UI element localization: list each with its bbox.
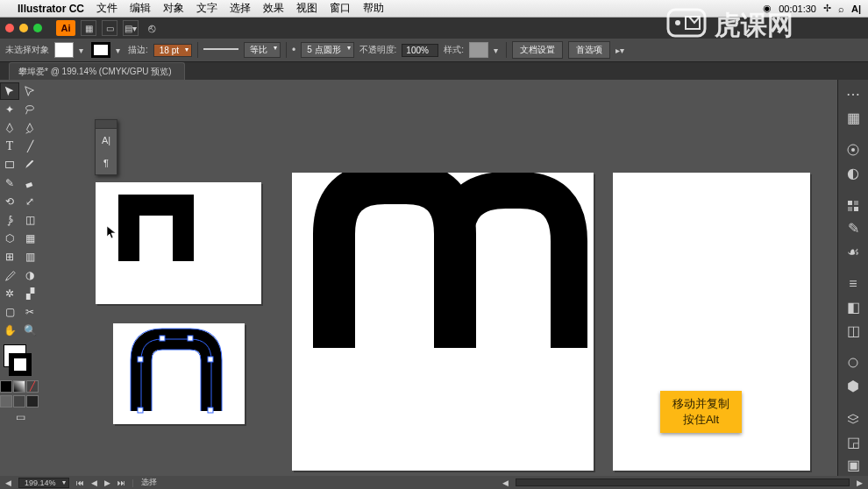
swatch-dropdown-icon[interactable]: ▾ [79,46,86,55]
eyedropper-tool[interactable] [0,266,19,284]
minimize-window[interactable] [19,24,28,32]
bridge-icon[interactable]: ▦ [81,20,96,36]
magic-wand-tool[interactable]: ✦ [0,101,19,118]
brushes-panel-icon[interactable]: ✎ [841,217,865,239]
adobe-icon[interactable]: A| [851,4,861,14]
brush-dropdown[interactable]: 5 点圆形 [301,42,353,58]
color-panel-icon[interactable] [841,138,865,160]
properties-panel-icon[interactable]: ⋯ [841,83,865,105]
lasso-tool[interactable] [20,101,39,118]
hand-tool[interactable]: ✋ [0,322,19,339]
fill-swatch[interactable] [54,42,74,58]
artboard-nav-last-icon[interactable]: ⏭ [117,478,125,487]
color-mode-color[interactable] [0,380,12,393]
float-character-icon[interactable]: A| [96,129,117,152]
app-name[interactable]: Illustrator CC [18,3,84,15]
perspective-tool[interactable]: ▦ [20,230,39,247]
graphic-styles-panel-icon[interactable]: ⬢ [841,375,865,397]
zoom-out-icon[interactable]: ◀ [5,478,11,487]
doc-tab[interactable]: 攀埠爱* @ 199.14% (CMYK/GPU 预览) [9,62,185,81]
color-mode-none[interactable]: ╱ [26,380,39,393]
stroke-swatch-dropdown-icon[interactable]: ▾ [116,46,123,55]
color-mode-gradient[interactable] [13,380,25,393]
float-paragraph-icon[interactable]: ¶ [96,152,117,174]
eraser-tool[interactable] [20,174,39,192]
symbols-panel-icon[interactable]: ☙ [841,241,865,263]
canvas[interactable]: 移动并复制 按住Alt A| ¶ [44,80,837,476]
prefs-button[interactable]: 首选项 [568,41,610,59]
panel-toggle-icon[interactable]: ⎋ [144,20,160,36]
symbol-sprayer-tool[interactable]: ✲ [0,285,19,302]
pen-tool[interactable] [0,119,19,137]
artboards-panel-icon[interactable]: ▣ [841,454,865,476]
graph-tool[interactable]: ▞ [20,285,39,302]
screen-mode-presentation[interactable] [26,395,39,408]
artboard-nav-next-icon[interactable]: ▶ [104,478,110,487]
menu-select[interactable]: 选择 [230,1,251,16]
arrange2-icon[interactable]: ▤▾ [123,20,139,36]
opacity-input[interactable] [402,44,438,57]
menu-window[interactable]: 窗口 [330,1,351,16]
mesh-tool[interactable]: ⊞ [0,248,19,266]
width-tool[interactable]: ⨔ [0,211,19,229]
layers-panel-icon[interactable] [841,408,865,429]
stroke-panel-icon[interactable]: ≡ [841,273,865,295]
menu-file[interactable]: 文件 [96,1,117,16]
screen-mode-full[interactable] [13,395,25,408]
float-panel-grip[interactable] [96,120,117,129]
color-guide-panel-icon[interactable]: ◐ [841,162,865,184]
free-transform-tool[interactable]: ◫ [20,211,39,229]
blend-tool[interactable]: ◑ [20,266,39,284]
selection-tool[interactable] [0,82,19,100]
shaper-tool[interactable]: ✎ [0,174,19,192]
direct-selection-tool[interactable] [20,82,39,100]
asset-panel-icon[interactable]: ◲ [841,430,865,452]
arrange-icon[interactable]: ▭ [102,20,117,36]
style-dropdown-icon[interactable]: ▾ [494,46,501,55]
horizontal-scrollbar[interactable] [516,478,850,486]
close-window[interactable] [5,24,14,32]
zoom-window[interactable] [33,24,42,32]
change-screen-mode[interactable]: ▭ [0,408,40,426]
transparency-panel-icon[interactable]: ◫ [841,319,865,341]
menu-type[interactable]: 文字 [196,1,217,16]
gradient-tool[interactable]: ▥ [20,248,39,266]
zoom-tool[interactable]: 🔍 [20,322,39,339]
slice-tool[interactable]: ✂ [20,303,39,321]
gradient-panel-icon[interactable]: ◧ [841,296,865,318]
stroke-weight-input[interactable]: 18 pt [153,44,192,57]
stroke-swatch[interactable] [91,42,110,58]
artboard-nav-prev-icon[interactable]: ◀ [91,478,97,487]
line-tool[interactable]: ╱ [20,138,39,155]
menu-edit[interactable]: 编辑 [130,1,151,16]
uniform-dropdown[interactable]: 等比 [244,42,281,58]
crosshair-icon[interactable]: ✢ [823,3,831,14]
rotate-tool[interactable]: ⟲ [0,193,19,210]
scale-tool[interactable]: ⤢ [20,193,39,210]
swatches-panel-icon[interactable] [841,195,865,216]
appearance-panel-icon[interactable] [841,352,865,374]
stroke-profile[interactable] [203,48,238,57]
type-tool[interactable]: T [0,138,19,155]
shape-builder-tool[interactable]: ⬡ [0,230,19,247]
notifications-icon[interactable]: ⌕ [838,4,844,14]
menu-effect[interactable]: 效果 [263,1,284,16]
style-swatch[interactable] [469,42,488,58]
paintbrush-tool[interactable] [20,156,39,174]
curvature-tool[interactable] [20,119,39,137]
scrollbar-right-icon[interactable]: ▶ [857,478,863,487]
menu-view[interactable]: 视图 [296,1,317,16]
fill-stroke-indicator[interactable] [0,343,35,378]
scrollbar-left-icon[interactable]: ◀ [502,478,509,487]
float-mini-panel[interactable]: A| ¶ [95,119,117,175]
artboard-nav-first-icon[interactable]: ⏮ [76,478,84,487]
artboard-tool[interactable]: ▢ [0,303,19,321]
menu-help[interactable]: 帮助 [363,1,384,16]
rectangle-tool[interactable] [0,156,19,174]
zoom-dropdown[interactable]: 199.14% [18,478,69,488]
doc-setup-button[interactable]: 文档设置 [512,41,563,59]
libraries-panel-icon[interactable]: ▦ [841,106,865,128]
menu-object[interactable]: 对象 [163,1,184,16]
more-dropdown-icon[interactable]: ▸▾ [615,46,623,55]
screen-mode-normal[interactable] [0,395,12,408]
